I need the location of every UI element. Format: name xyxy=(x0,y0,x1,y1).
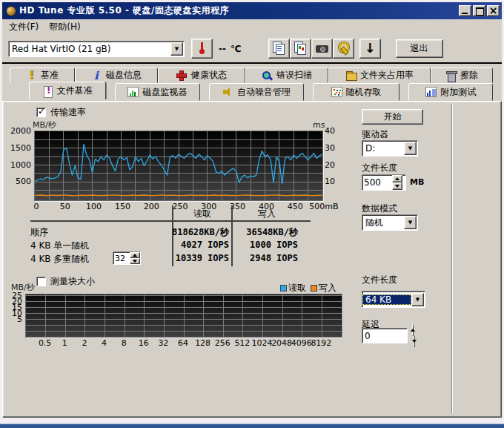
row-sequential-read: 818628KB/秒 xyxy=(170,226,229,239)
drive-dropdown-value: D: xyxy=(362,143,404,154)
tab-aam[interactable]: 自动噪音管理 xyxy=(209,83,304,101)
auto-acoustic-icon xyxy=(222,87,233,97)
check-icon: ✓ xyxy=(38,106,45,116)
tab-label: 文件基准 xyxy=(57,85,93,97)
table-rule xyxy=(30,220,311,222)
checkbox-box[interactable]: ✓ xyxy=(36,108,46,117)
tab-label: 错误扫描 xyxy=(276,69,312,82)
tab-folder-usage[interactable]: 文件夹占用率 xyxy=(328,68,431,83)
tab-disk-monitor[interactable]: 磁盘监视器 xyxy=(115,83,201,101)
write-legend-label: 写入 xyxy=(319,282,336,294)
health-status-icon xyxy=(176,70,188,81)
tick-label: 20 xyxy=(325,160,342,170)
tab-health[interactable]: 健康状态 xyxy=(158,68,245,83)
chevron-down-icon[interactable]: ▼ xyxy=(404,142,417,155)
row-4k-multi-label: 4 KB 多重随机 xyxy=(30,253,89,266)
file-length-label: 文件长度 xyxy=(362,162,397,174)
menu-item-help[interactable]: 帮助(H) xyxy=(44,19,85,35)
drive-select-value: Red Hat VirtIO (21 gB) xyxy=(9,44,170,54)
temperature-unit: ℃ xyxy=(231,44,242,54)
menu-item-file[interactable]: 文件(F) xyxy=(4,19,44,35)
tab-erase[interactable]: 擦除 xyxy=(431,68,493,83)
tab-label: 健康状态 xyxy=(191,69,227,82)
tick-label: 10 xyxy=(325,177,342,186)
tab-file-benchmark[interactable]: 文件基准 xyxy=(29,82,106,99)
data-pattern-dropdown[interactable]: 随机 ▼ xyxy=(362,214,418,231)
block-size-label: 测量块大小 xyxy=(50,275,95,288)
block-file-length-dropdown[interactable]: 64 KB ▼ xyxy=(362,291,425,308)
screenshot-button[interactable] xyxy=(311,39,333,59)
row-sequential-label: 顺序 xyxy=(30,226,48,239)
error-scan-icon xyxy=(262,70,273,81)
delay-down-button[interactable] xyxy=(414,335,415,347)
queue-depth-value: 32 xyxy=(113,252,130,264)
row-4k-multi-write: 2948 IOPS xyxy=(233,253,298,263)
erase-icon xyxy=(445,70,457,81)
block-file-length-value: 64 KB xyxy=(362,294,411,305)
minimize-button[interactable] xyxy=(459,5,471,16)
toolbar: Red Hat VirtIO (21 gB) ▼ -- ℃ 退出 xyxy=(2,35,502,62)
extra-tests-icon xyxy=(425,87,437,97)
block-size-chart xyxy=(25,294,342,338)
exit-button[interactable]: 退出 xyxy=(396,39,443,58)
wrench-icon xyxy=(334,39,354,58)
row-sequential-write: 36548KB/秒 xyxy=(233,226,298,239)
disk-info-icon xyxy=(91,70,102,81)
window-title: HD Tune 专业版 5.50 - 硬盘/固态硬盘实用程序 xyxy=(19,4,459,17)
options-button[interactable] xyxy=(333,39,354,59)
write-column-header: 写入 xyxy=(233,208,300,220)
start-button[interactable]: 开始 xyxy=(362,109,423,125)
titlebar[interactable]: HD Tune 专业版 5.50 - 硬盘/固态硬盘实用程序 xyxy=(2,2,502,19)
menu-bar: 文件(F) 帮助(H) xyxy=(2,19,502,35)
spin-down-icon[interactable] xyxy=(392,182,402,190)
checkbox-box[interactable]: ✓ xyxy=(36,277,46,286)
transfer-rate-label: 传输速率 xyxy=(50,106,86,119)
transfer-rate-checkbox[interactable]: ✓ 传输速率 xyxy=(36,106,86,119)
file-length-spinner[interactable]: 500 xyxy=(362,174,406,191)
spin-down-icon[interactable] xyxy=(130,258,140,264)
tab-label: 磁盘信息 xyxy=(106,69,142,82)
drive-select[interactable]: Red Hat VirtIO (21 gB) ▼ xyxy=(8,41,185,57)
tab-label: 附加测试 xyxy=(440,86,476,99)
spin-up-icon[interactable] xyxy=(130,252,140,258)
delay-up-button[interactable] xyxy=(412,324,414,336)
spin-up-icon[interactable] xyxy=(392,175,402,182)
copy-text-button[interactable] xyxy=(268,39,290,59)
drive-dropdown[interactable]: D: ▼ xyxy=(362,140,418,157)
delay-input[interactable] xyxy=(362,329,407,343)
tab-benchmark[interactable]: 基准 xyxy=(10,68,75,83)
block-size-checkbox[interactable]: ✓ 测量块大小 xyxy=(36,275,95,288)
tab-label: 自动噪音管理 xyxy=(237,86,291,99)
delay-field-frame xyxy=(362,328,408,343)
read-legend-swatch xyxy=(280,285,287,292)
tab-error-scan[interactable]: 错误扫描 xyxy=(245,68,328,83)
tab-label: 随机存取 xyxy=(346,86,382,99)
save-results-button[interactable] xyxy=(359,39,381,59)
tab-extra-tests[interactable]: 附加测试 xyxy=(408,83,493,101)
data-pattern-value: 随机 xyxy=(362,217,404,229)
tick-label: 30 xyxy=(325,143,342,153)
tab-random-access[interactable]: 随机存取 xyxy=(313,83,400,101)
tick-label: 500mB xyxy=(307,202,341,211)
data-pattern-label: 数据模式 xyxy=(362,203,397,215)
tab-disk-info[interactable]: 磁盘信息 xyxy=(75,68,158,83)
chevron-down-icon[interactable]: ▼ xyxy=(404,216,417,229)
random-access-icon xyxy=(331,87,342,97)
temperature-button[interactable] xyxy=(191,39,213,59)
chevron-down-icon[interactable]: ▼ xyxy=(170,42,183,56)
folder-usage-icon xyxy=(345,70,357,81)
close-button[interactable] xyxy=(487,5,500,16)
row-4k-multi-read: 10339 IOPS xyxy=(170,253,229,263)
file-benchmark-panel: ✓ 传输速率 MB/秒 ms 200015001000500 40302010 … xyxy=(2,101,502,418)
tick-label: 5 xyxy=(7,315,22,324)
chevron-down-icon[interactable]: ▼ xyxy=(411,293,424,306)
tab-label: 基准 xyxy=(41,69,59,82)
copy-image-button[interactable] xyxy=(290,39,311,59)
tab-label: 擦除 xyxy=(460,69,478,82)
tab-label: 文件夹占用率 xyxy=(360,69,414,82)
file-length-unit: MB xyxy=(410,177,424,187)
queue-depth-spinner[interactable]: 32 xyxy=(113,251,141,265)
maximize-button[interactable] xyxy=(473,5,485,16)
tick-label: 8192 xyxy=(308,338,334,348)
copy-image-icon xyxy=(291,39,311,58)
